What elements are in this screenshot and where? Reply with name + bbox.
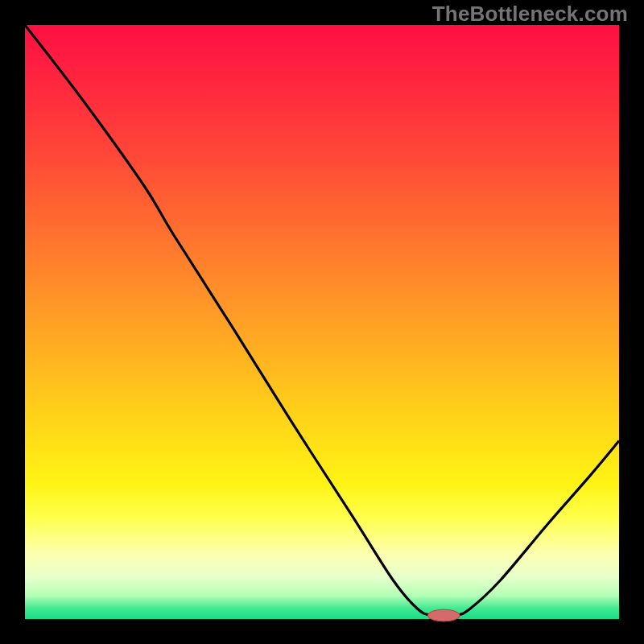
chart-frame: TheBottleneck.com <box>0 0 644 644</box>
bottleneck-chart <box>0 0 644 644</box>
optimal-marker <box>427 609 460 621</box>
watermark-text: TheBottleneck.com <box>432 2 628 27</box>
plot-background <box>25 25 619 619</box>
